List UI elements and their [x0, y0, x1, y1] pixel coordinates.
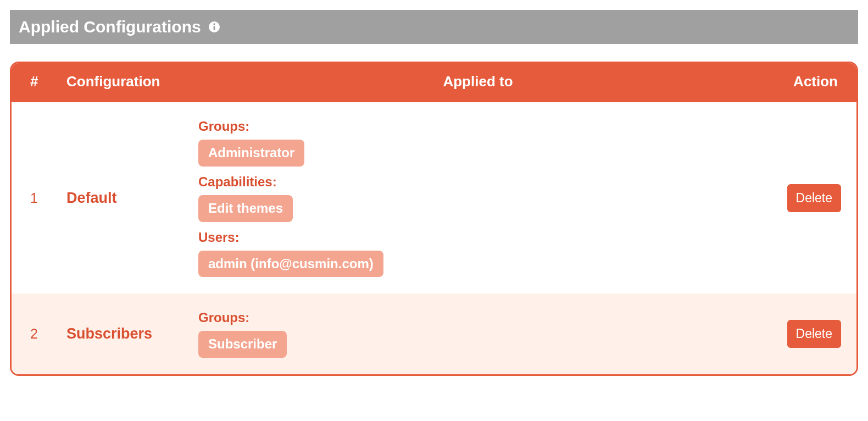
configuration-name[interactable]: Default [55, 102, 187, 293]
tag[interactable]: admin (info@cusmin.com) [198, 251, 383, 278]
section-label: Groups: [198, 119, 758, 134]
table-row: 2SubscribersGroups:SubscriberDelete [12, 293, 856, 374]
section-label: Capabilities: [198, 174, 758, 190]
tag[interactable]: Administrator [198, 140, 304, 167]
section-label: Users: [198, 230, 758, 245]
delete-button[interactable]: Delete [787, 184, 841, 212]
configurations-table: # Configuration Applied to Action 1Defau… [12, 63, 856, 374]
row-number: 1 [12, 102, 55, 293]
svg-point-2 [213, 23, 215, 25]
row-number: 2 [12, 293, 55, 374]
tag[interactable]: Edit themes [198, 195, 293, 222]
panel-title: Applied Configurations [19, 18, 201, 36]
info-icon[interactable] [209, 21, 220, 32]
tag-row: Edit themes [198, 195, 758, 222]
col-header-num: # [12, 63, 55, 102]
col-header-applied: Applied to [187, 63, 769, 102]
col-header-config: Configuration [55, 63, 187, 102]
applied-to-cell: Groups:AdministratorCapabilities:Edit th… [187, 102, 769, 293]
tag-row: Administrator [198, 140, 758, 167]
action-cell: Delete [769, 102, 856, 293]
configuration-name[interactable]: Subscribers [55, 293, 187, 374]
panel-header: Applied Configurations [10, 10, 858, 44]
delete-button[interactable]: Delete [787, 320, 841, 348]
configurations-table-wrap: # Configuration Applied to Action 1Defau… [10, 62, 858, 376]
table-row: 1DefaultGroups:AdministratorCapabilities… [12, 102, 856, 293]
tag[interactable]: Subscriber [198, 331, 287, 358]
svg-rect-1 [213, 26, 215, 30]
section-label: Groups: [198, 310, 758, 325]
table-header-row: # Configuration Applied to Action [12, 63, 856, 102]
col-header-action: Action [769, 63, 856, 102]
tag-row: admin (info@cusmin.com) [198, 251, 758, 278]
action-cell: Delete [769, 293, 856, 374]
tag-row: Subscriber [198, 331, 758, 358]
applied-to-cell: Groups:Subscriber [187, 293, 769, 374]
